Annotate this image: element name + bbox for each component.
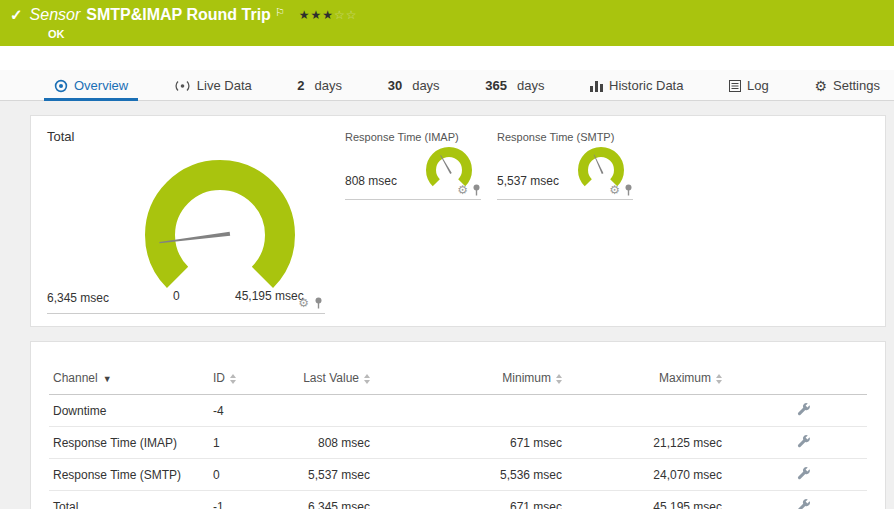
column-header-actions <box>726 364 867 395</box>
channel-name: Response Time (SMTP) <box>49 459 209 491</box>
total-gauge-block: Total 6,345 msec 0 45,195 msec ⚙ <box>47 129 319 313</box>
column-header-minimum-label: Minimum <box>502 371 551 385</box>
column-header-last-value-label: Last Value <box>303 371 359 385</box>
sensor-title: SMTP&IMAP Round Trip <box>86 6 271 24</box>
tab-live-data[interactable]: Live Data <box>164 70 262 101</box>
tab-historic-data-label: Historic Data <box>609 78 683 93</box>
smtp-gauge-block: Response Time (SMTP) 5,537 msec ⚙ <box>497 129 633 313</box>
channel-last-value: 5,537 msec <box>296 459 374 491</box>
imap-gauge-block: Response Time (IMAP) 808 msec ⚙ <box>345 129 481 313</box>
tab-2-days[interactable]: 2 days <box>287 70 352 101</box>
live-data-icon <box>174 80 191 92</box>
stars-filled: ★★★ <box>299 8 334 22</box>
sensor-status-badge: OK <box>48 28 884 40</box>
tab-365-days[interactable]: 365 days <box>475 70 554 101</box>
channel-maximum: 24,070 msec <box>566 459 726 491</box>
tab-log-label: Log <box>747 78 769 93</box>
divider <box>47 313 325 314</box>
priority-flag-icon[interactable]: ⚐ <box>275 6 285 19</box>
channel-row-smtp: Response Time (SMTP) 0 5,537 msec 5,536 … <box>49 459 867 491</box>
channel-name: Downtime <box>49 395 209 427</box>
channel-minimum: 671 msec <box>374 427 566 459</box>
smtp-gauge-pin-icon[interactable] <box>624 184 633 196</box>
total-gauge-scale-max: 45,195 msec <box>235 289 304 303</box>
smtp-gauge-value: 5,537 msec <box>497 174 559 188</box>
channel-name: Total <box>49 491 209 509</box>
column-header-maximum[interactable]: Maximum <box>566 364 726 395</box>
imap-gauge-needle <box>440 155 452 174</box>
channel-maximum <box>566 395 726 427</box>
content-area: Total 6,345 msec 0 45,195 msec ⚙ Respons… <box>0 101 894 509</box>
imap-gauge-pin-icon[interactable] <box>472 184 481 196</box>
column-header-channel[interactable]: Channel▼ <box>49 364 209 395</box>
log-icon <box>729 80 741 92</box>
tab-settings-label: Settings <box>833 78 880 93</box>
channel-name: Response Time (IMAP) <box>49 427 209 459</box>
channel-maximum: 45,195 msec <box>566 491 726 509</box>
channel-id: 1 <box>209 427 296 459</box>
channel-last-value: 6,345 msec <box>296 491 374 509</box>
channel-last-value <box>296 395 374 427</box>
channel-settings-wrench-icon[interactable] <box>797 466 811 480</box>
total-gauge-pin-icon[interactable] <box>314 297 323 309</box>
column-header-maximum-label: Maximum <box>659 371 711 385</box>
tab-30-days[interactable]: 30 days <box>378 70 450 101</box>
tab-30-days-number: 30 <box>388 78 402 93</box>
tab-30-days-label: days <box>412 78 439 93</box>
imap-gauge-settings-icon[interactable]: ⚙ <box>457 184 468 196</box>
channel-row-imap: Response Time (IMAP) 1 808 msec 671 msec… <box>49 427 867 459</box>
priority-stars[interactable]: ★★★☆☆ <box>299 8 358 22</box>
channel-id: -4 <box>209 395 296 427</box>
sensor-tab-bar: Overview Live Data 2 days 30 days 365 da… <box>0 70 894 101</box>
imap-gauge-value: 808 msec <box>345 174 397 188</box>
channel-row-total: Total -1 6,345 msec 671 msec 45,195 msec <box>49 491 867 509</box>
sensor-header: ✓ Sensor SMTP&IMAP Round Trip ⚐ ★★★☆☆ OK <box>0 0 894 46</box>
sort-desc-icon: ▼ <box>103 374 112 384</box>
stars-empty: ☆☆ <box>334 8 358 22</box>
column-header-last-value[interactable]: Last Value <box>296 364 374 395</box>
channel-settings-wrench-icon[interactable] <box>797 402 811 416</box>
tab-settings[interactable]: ⚙ Settings <box>804 70 890 101</box>
bar-chart-icon <box>590 80 603 92</box>
total-gauge-label: Total <box>47 129 319 144</box>
channel-minimum: 671 msec <box>374 491 566 509</box>
sort-icon <box>230 374 236 384</box>
gauges-panel: Total 6,345 msec 0 45,195 msec ⚙ Respons… <box>30 115 886 327</box>
tab-2-days-number: 2 <box>297 78 304 93</box>
channel-maximum: 21,125 msec <box>566 427 726 459</box>
channel-row-downtime: Downtime -4 <box>49 395 867 427</box>
column-header-minimum[interactable]: Minimum <box>374 364 566 395</box>
channel-settings-wrench-icon[interactable] <box>797 434 811 448</box>
overview-icon <box>54 79 68 93</box>
sort-icon <box>716 374 722 384</box>
tab-historic-data[interactable]: Historic Data <box>580 70 693 101</box>
table-header-row: Channel▼ ID Last Value Minimum Maximum <box>49 364 867 395</box>
tab-log[interactable]: Log <box>719 70 779 101</box>
total-gauge <box>135 147 305 297</box>
channel-last-value: 808 msec <box>296 427 374 459</box>
channel-id: 0 <box>209 459 296 491</box>
status-ok-check-icon: ✓ <box>10 6 23 24</box>
smtp-gauge-label: Response Time (SMTP) <box>497 131 633 143</box>
channels-panel: Channel▼ ID Last Value Minimum Maximum D… <box>30 341 886 509</box>
channel-minimum <box>374 395 566 427</box>
smtp-gauge-settings-icon[interactable]: ⚙ <box>609 184 620 196</box>
channel-minimum: 5,536 msec <box>374 459 566 491</box>
tab-365-days-label: days <box>517 78 544 93</box>
tab-overview[interactable]: Overview <box>44 70 138 101</box>
tab-365-days-number: 365 <box>485 78 507 93</box>
channel-id: -1 <box>209 491 296 509</box>
total-gauge-settings-icon[interactable]: ⚙ <box>298 297 309 309</box>
tab-live-data-label: Live Data <box>197 78 252 93</box>
column-header-id[interactable]: ID <box>209 364 296 395</box>
sensor-type-label: Sensor <box>30 6 81 24</box>
tab-overview-label: Overview <box>74 78 128 93</box>
divider <box>345 199 481 200</box>
imap-gauge-label: Response Time (IMAP) <box>345 131 481 143</box>
channel-settings-wrench-icon[interactable] <box>797 498 811 509</box>
total-gauge-value: 6,345 msec <box>47 291 109 305</box>
column-header-channel-label: Channel <box>53 371 98 385</box>
column-header-id-label: ID <box>213 371 225 385</box>
gear-icon: ⚙ <box>814 78 827 94</box>
sort-icon <box>556 374 562 384</box>
